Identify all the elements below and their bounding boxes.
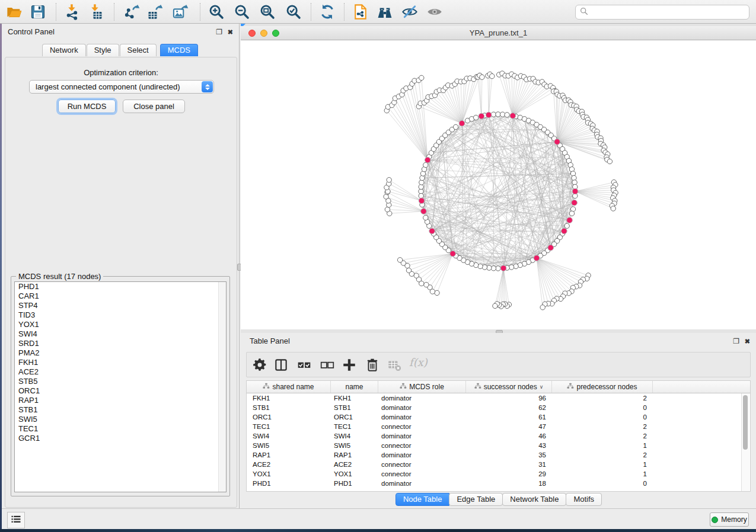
mcds-tab-content: Optimization criterion: largest connecte… <box>5 57 237 508</box>
float-table-panel-icon[interactable]: ❐ <box>733 338 739 345</box>
mcds-result-item[interactable]: STB1 <box>15 405 226 415</box>
memory-status-icon <box>712 517 718 523</box>
mcds-result-group: MCDS result (17 nodes) PHD1CAR1STP4TID3Y… <box>11 276 230 496</box>
mcds-result-item[interactable]: TEC1 <box>15 424 226 434</box>
cell-shared-name: ACE2 <box>247 460 331 469</box>
cell-predecessor-nodes: 1 <box>552 441 653 450</box>
refresh-layout-icon[interactable] <box>319 4 336 20</box>
tab-network[interactable]: Network <box>42 44 86 56</box>
zoom-out-icon[interactable] <box>234 4 250 20</box>
mcds-result-item[interactable]: YOX1 <box>15 320 226 329</box>
float-panel-icon[interactable]: ❐ <box>216 28 222 36</box>
table-row[interactable]: ACE2ACE2connector311 <box>247 460 750 469</box>
tab-edge-table[interactable]: Edge Table <box>449 493 503 506</box>
cell-MCDS-role: connector <box>378 441 466 450</box>
mcds-result-item[interactable]: ORC1 <box>15 386 226 396</box>
close-panel-button[interactable]: Close panel <box>123 100 185 113</box>
mcds-result-item[interactable]: PHD1 <box>15 282 226 291</box>
search-input[interactable] <box>575 5 749 20</box>
export-image-icon[interactable] <box>172 4 189 20</box>
mcds-result-item[interactable]: GCR1 <box>15 434 226 443</box>
control-panel-tabs: NetworkStyleSelectMCDS <box>2 44 239 56</box>
column-header-filler <box>653 381 750 393</box>
hierarchy-icon <box>400 383 407 392</box>
table-scrollbar-thumb[interactable] <box>743 395 748 450</box>
deselect-all-icon[interactable] <box>320 357 335 373</box>
select-all-icon[interactable] <box>296 357 312 373</box>
first-neighbors-icon[interactable] <box>377 4 393 20</box>
tab-style[interactable]: Style <box>87 44 119 56</box>
export-table-icon[interactable] <box>146 4 163 20</box>
cell-predecessor-nodes: 2 <box>552 393 653 403</box>
export-network-icon[interactable] <box>123 4 140 20</box>
table-row[interactable]: RAP1RAP1dominator352 <box>247 450 750 460</box>
table-row[interactable]: FKH1FKH1dominator962 <box>247 393 750 403</box>
zoom-selected-icon[interactable] <box>285 4 302 20</box>
network-canvas[interactable] <box>241 40 756 329</box>
tab-motifs[interactable]: Motifs <box>566 493 602 506</box>
run-mcds-button[interactable]: Run MCDS <box>58 100 116 113</box>
mcds-result-item[interactable]: SRD1 <box>15 339 226 348</box>
zoom-fit-icon[interactable] <box>259 4 276 20</box>
tab-select[interactable]: Select <box>120 44 157 56</box>
memory-button[interactable]: Memory <box>710 512 749 527</box>
tab-network-table[interactable]: Network Table <box>502 493 566 506</box>
cell-successor-nodes: 62 <box>466 403 552 412</box>
show-columns-icon[interactable] <box>273 357 289 373</box>
add-row-icon[interactable] <box>342 357 357 373</box>
mcds-result-item[interactable]: CAR1 <box>15 291 226 301</box>
task-history-button[interactable] <box>7 512 25 528</box>
mcds-result-item[interactable]: STP4 <box>15 301 226 310</box>
table-row[interactable]: YOX1YOX1connector291 <box>247 469 750 479</box>
zoom-in-icon[interactable] <box>208 4 225 20</box>
toolbar-separator <box>344 3 344 21</box>
hide-selected-icon[interactable] <box>401 4 418 20</box>
save-session-icon[interactable] <box>30 4 46 20</box>
network-file-icon[interactable] <box>352 4 369 20</box>
column-header-predecessor-nodes[interactable]: predecessor nodes <box>552 381 653 393</box>
hierarchy-icon <box>567 383 574 392</box>
table-row[interactable]: ORC1ORC1dominator610 <box>247 412 750 422</box>
mcds-result-item[interactable]: SWI4 <box>15 329 226 339</box>
mcds-result-item[interactable]: SWI5 <box>15 415 226 424</box>
column-header-MCDS-role[interactable]: MCDS role <box>378 381 466 393</box>
criterion-select[interactable]: largest connected component (undirected) <box>29 80 214 94</box>
open-file-icon[interactable] <box>6 4 23 20</box>
mcds-result-item[interactable]: FKH1 <box>15 358 226 367</box>
tab-node-table[interactable]: Node Table <box>395 493 450 506</box>
mcds-result-item[interactable]: STB5 <box>15 377 226 386</box>
cell-name: SWI5 <box>331 441 378 450</box>
cell-successor-nodes: 43 <box>466 441 552 450</box>
cell-name: ACE2 <box>331 460 378 469</box>
table-row[interactable]: SWI5SWI5connector431 <box>247 441 750 450</box>
delete-row-icon[interactable] <box>365 357 380 373</box>
mcds-result-list[interactable]: PHD1CAR1STP4TID3YOX1SWI4SRD1PMA2FKH1ACE2… <box>14 281 227 492</box>
table-panel: Table Panel ❐ ✖ f(x) shared namenameMCDS… <box>241 333 756 508</box>
close-table-panel-icon[interactable]: ✖ <box>745 338 750 345</box>
mcds-result-item[interactable]: RAP1 <box>15 396 226 405</box>
table-row[interactable]: STB1STB1dominator620 <box>247 403 750 412</box>
network-window-titlebar[interactable]: YPA_prune.txt_1 <box>241 26 756 40</box>
cell-shared-name: PHD1 <box>247 479 331 488</box>
close-panel-icon[interactable]: ✖ <box>228 28 233 36</box>
result-scrollbar[interactable] <box>218 282 226 492</box>
table-row[interactable]: TEC1TEC1connector472 <box>247 422 750 431</box>
column-header-name[interactable]: name <box>331 381 378 393</box>
tab-mcds[interactable]: MCDS <box>160 44 198 56</box>
cell-MCDS-role: dominator <box>378 393 466 403</box>
table-row[interactable]: PHD1PHD1dominator180 <box>247 479 750 488</box>
table-scrollbar[interactable] <box>741 393 749 491</box>
column-header-shared-name[interactable]: shared name <box>247 381 331 393</box>
main-toolbar <box>0 0 756 24</box>
mcds-result-item[interactable]: ACE2 <box>15 367 226 377</box>
cell-shared-name: ORC1 <box>247 412 331 422</box>
table-row[interactable]: SWI4SWI4dominator462 <box>247 431 750 441</box>
column-header-successor-nodes[interactable]: successor nodes∨ <box>466 381 552 393</box>
table-settings-icon[interactable] <box>252 357 267 373</box>
mcds-result-item[interactable]: PMA2 <box>15 348 226 358</box>
cell-predecessor-nodes: 0 <box>552 403 653 412</box>
import-table-icon[interactable] <box>87 4 104 20</box>
import-network-icon[interactable] <box>64 4 81 20</box>
mcds-result-item[interactable]: TID3 <box>15 310 226 320</box>
cell-successor-nodes: 61 <box>466 412 552 422</box>
